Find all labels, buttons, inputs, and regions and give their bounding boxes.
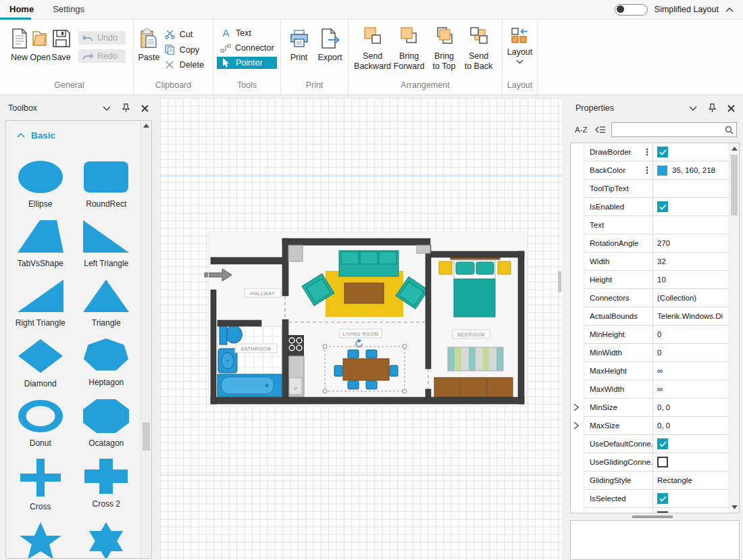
- send-to-back-button[interactable]: Sendto Back: [462, 22, 496, 72]
- copy-pages-icon: [164, 45, 176, 55]
- sort-alphabetical-button[interactable]: A-Z: [573, 124, 590, 135]
- open-button[interactable]: Open: [30, 22, 51, 62]
- toolbox-scrollbar[interactable]: [140, 121, 151, 558]
- shape-triangle[interactable]: Triangle: [83, 279, 129, 328]
- scroll-up-icon[interactable]: [143, 124, 149, 128]
- property-row[interactable]: MinSize0, 0: [584, 399, 729, 417]
- toilet: [220, 324, 242, 345]
- floor-plan-page[interactable]: HALLWAY BATHROOM LIVING ROOM BEDROOM: [209, 232, 527, 406]
- property-row[interactable]: RotationAngle270: [584, 234, 729, 253]
- property-row[interactable]: IsEnabled: [584, 198, 729, 216]
- sofa: [339, 251, 399, 276]
- pointer-cursor-icon: [220, 58, 232, 68]
- checkbox-checked[interactable]: [657, 493, 668, 504]
- bring-to-top-button[interactable]: Bringto Top: [428, 22, 461, 72]
- new-button[interactable]: New: [9, 22, 30, 62]
- shape-heptagon[interactable]: Heptagon: [83, 338, 129, 388]
- layout-button[interactable]: Layout: [506, 22, 534, 64]
- text-tool-button[interactable]: A Text: [217, 27, 277, 39]
- ribbon: New Open Save Undo Redo: [0, 20, 743, 95]
- toolbox-scrollbar-thumb[interactable]: [143, 422, 150, 451]
- shape-star[interactable]: [18, 522, 63, 559]
- delete-button[interactable]: Delete: [161, 59, 209, 71]
- row-menu-icon[interactable]: [646, 148, 648, 156]
- property-search-input[interactable]: [615, 125, 725, 134]
- description-splitter-handle[interactable]: [632, 515, 673, 518]
- property-row[interactable]: Text: [584, 216, 729, 234]
- pointer-tool-button[interactable]: Pointer: [217, 57, 277, 69]
- redo-button[interactable]: Redo: [78, 49, 126, 63]
- delete-x-icon: [164, 61, 176, 69]
- canvas-scrollbar-thumb[interactable]: [558, 271, 561, 292]
- properties-pin-icon[interactable]: [709, 103, 716, 113]
- shape-right-triangle[interactable]: Right Triangle: [16, 279, 66, 328]
- expand-minsize-icon[interactable]: [573, 403, 579, 411]
- property-row[interactable]: BackColor 35, 160, 218: [584, 161, 729, 180]
- diagram-canvas[interactable]: HALLWAY BATHROOM LIVING ROOM BEDROOM: [160, 98, 562, 560]
- shape-cross[interactable]: Cross: [20, 459, 61, 511]
- property-row[interactable]: IsSelected: [584, 490, 729, 508]
- shape-diamond[interactable]: Diamond: [18, 338, 63, 388]
- tab-settings[interactable]: Settings: [43, 0, 94, 19]
- property-row[interactable]: DrawBorder: [584, 143, 729, 161]
- checkbox-checked[interactable]: [657, 147, 668, 157]
- property-row[interactable]: MinWidth0: [584, 344, 729, 362]
- toolbox-collapse-icon[interactable]: [103, 106, 111, 111]
- group-label-print: Print: [284, 79, 344, 95]
- print-button[interactable]: Print: [285, 22, 313, 62]
- connector-tool-button[interactable]: Connector: [217, 42, 277, 54]
- property-row[interactable]: MinHeight0: [584, 326, 729, 344]
- property-row[interactable]: Width32: [584, 253, 729, 271]
- checkbox-checked[interactable]: [657, 201, 668, 212]
- property-row[interactable]: MaxHeight∞: [584, 362, 729, 380]
- toolbox-section-basic[interactable]: Basic: [6, 121, 151, 141]
- shape-cross-2[interactable]: Cross 2: [84, 459, 128, 511]
- property-row[interactable]: UseGlidingConne...: [584, 453, 729, 472]
- bring-forward-button[interactable]: BringForward: [392, 22, 427, 72]
- properties-collapse-icon[interactable]: [689, 106, 697, 111]
- checkbox-checked[interactable]: [657, 438, 668, 449]
- ribbon-tab-bar: Home Settings Simplified Layout: [0, 0, 743, 20]
- shape-ocatagon[interactable]: Ocatagon: [83, 399, 129, 448]
- property-row[interactable]: ActualBoundsTelerik.Windows.Di: [584, 307, 729, 326]
- toolbox-pin-icon[interactable]: [122, 103, 130, 113]
- scroll-down-icon[interactable]: [732, 505, 738, 509]
- toolbox-close-icon[interactable]: [141, 105, 149, 112]
- property-row[interactable]: Height10: [584, 271, 729, 289]
- toolbox-body: Basic Ellipse RoundRect TabVsShape Left: [5, 120, 152, 559]
- paste-button[interactable]: Paste: [137, 22, 161, 62]
- send-backward-button[interactable]: SendBackward: [355, 22, 390, 72]
- shape-donut[interactable]: Donut: [18, 399, 63, 448]
- properties-scrollbar[interactable]: [729, 143, 739, 513]
- property-row[interactable]: MaxSize0, 0: [584, 417, 729, 435]
- undo-button[interactable]: Undo: [78, 31, 126, 45]
- expand-maxsize-icon[interactable]: [573, 422, 579, 430]
- shape-star-6[interactable]: [85, 522, 127, 559]
- new-document-icon: [11, 27, 28, 50]
- cut-button[interactable]: Cut: [161, 28, 209, 41]
- shape-left-triangle[interactable]: Left Triangle: [83, 220, 129, 268]
- property-row[interactable]: UseDefaultConne...: [584, 435, 729, 453]
- row-menu-icon[interactable]: [646, 166, 648, 174]
- property-row[interactable]: GlidingStyleRectangle: [584, 472, 729, 490]
- property-row[interactable]: MaxWidth∞: [584, 380, 729, 399]
- color-swatch[interactable]: [657, 166, 667, 176]
- properties-scrollbar-thumb[interactable]: [731, 155, 738, 215]
- export-button[interactable]: Export: [316, 22, 344, 62]
- checkbox-unchecked[interactable]: [657, 457, 668, 467]
- shape-roundrect[interactable]: RoundRect: [83, 160, 129, 209]
- properties-close-icon[interactable]: [727, 105, 735, 112]
- property-row[interactable]: ToolTipText: [584, 180, 729, 198]
- property-row[interactable]: Connectors(Collection): [584, 289, 729, 307]
- collapse-ribbon-icon[interactable]: [725, 7, 734, 12]
- layout-icon: [511, 27, 528, 45]
- shape-ellipse[interactable]: Ellipse: [18, 160, 63, 209]
- categorized-view-icon[interactable]: [595, 126, 606, 134]
- tab-home[interactable]: Home: [0, 0, 43, 19]
- scroll-up-icon[interactable]: [732, 147, 738, 151]
- save-button[interactable]: Save: [51, 22, 72, 62]
- shape-tabvsshape[interactable]: TabVsShape: [18, 220, 63, 268]
- properties-panel: Properties A-Z Draw: [567, 98, 743, 560]
- simplified-layout-toggle[interactable]: [615, 4, 648, 16]
- copy-button[interactable]: Copy: [161, 43, 209, 56]
